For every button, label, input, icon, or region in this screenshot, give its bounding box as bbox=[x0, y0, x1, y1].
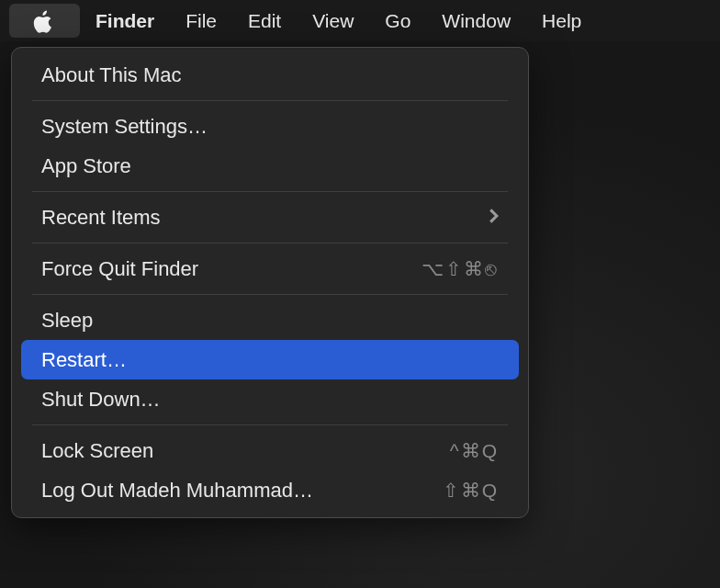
menu-item-label: Sleep bbox=[41, 309, 93, 333]
menu-item-about-this-mac[interactable]: About This Mac bbox=[21, 55, 519, 95]
menu-item-label: Recent Items bbox=[41, 206, 161, 230]
menu-item-label: Restart… bbox=[41, 348, 127, 372]
menubar-item-view[interactable]: View bbox=[297, 5, 369, 38]
menu-item-app-store[interactable]: App Store bbox=[21, 146, 519, 186]
menu-item-label: Force Quit Finder bbox=[41, 257, 198, 281]
menu-item-label: Lock Screen bbox=[41, 439, 153, 463]
menu-separator bbox=[32, 294, 508, 295]
menubar-app-name[interactable]: Finder bbox=[80, 5, 170, 38]
menu-item-label: System Settings… bbox=[41, 115, 208, 139]
menu-separator bbox=[32, 191, 508, 192]
menu-separator bbox=[32, 424, 508, 425]
keyboard-shortcut: ^⌘Q bbox=[450, 440, 499, 462]
keyboard-shortcut: ⇧⌘Q bbox=[443, 480, 499, 502]
menubar-item-go[interactable]: Go bbox=[369, 5, 426, 38]
menu-item-label: About This Mac bbox=[41, 63, 181, 87]
apple-menu-dropdown: About This Mac System Settings… App Stor… bbox=[11, 47, 529, 518]
menubar-item-help[interactable]: Help bbox=[526, 5, 597, 38]
menu-item-sleep[interactable]: Sleep bbox=[21, 300, 519, 340]
menu-item-label: App Store bbox=[41, 154, 131, 178]
menu-separator bbox=[32, 100, 508, 101]
menu-item-recent-items[interactable]: Recent Items bbox=[21, 198, 519, 237]
menu-item-label: Log Out Madeh Muhammad… bbox=[41, 479, 313, 503]
apple-logo-icon bbox=[31, 7, 54, 34]
menubar-item-edit[interactable]: Edit bbox=[232, 5, 297, 38]
apple-menu-button[interactable] bbox=[9, 4, 80, 38]
menu-item-system-settings[interactable]: System Settings… bbox=[21, 107, 519, 146]
menu-item-label: Shut Down… bbox=[41, 388, 161, 412]
menu-item-shut-down[interactable]: Shut Down… bbox=[21, 379, 519, 419]
menu-item-lock-screen[interactable]: Lock Screen ^⌘Q bbox=[21, 431, 519, 470]
menu-item-restart[interactable]: Restart… bbox=[21, 340, 519, 379]
keyboard-shortcut: ⌥⇧⌘⎋ bbox=[422, 258, 499, 280]
menu-separator bbox=[32, 243, 508, 243]
menubar: Finder File Edit View Go Window Help bbox=[0, 0, 720, 41]
chevron-right-icon bbox=[489, 206, 499, 230]
menu-item-force-quit[interactable]: Force Quit Finder ⌥⇧⌘⎋ bbox=[21, 249, 519, 288]
menubar-item-window[interactable]: Window bbox=[426, 5, 526, 38]
menubar-item-file[interactable]: File bbox=[170, 5, 232, 38]
menu-item-log-out[interactable]: Log Out Madeh Muhammad… ⇧⌘Q bbox=[21, 470, 519, 510]
